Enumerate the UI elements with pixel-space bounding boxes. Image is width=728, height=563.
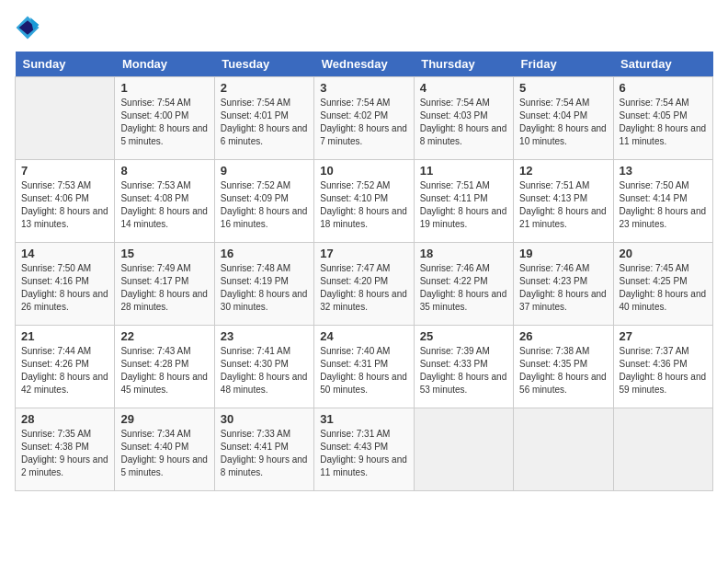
day-detail: Sunrise: 7:41 AMSunset: 4:30 PMDaylight:… bbox=[221, 345, 308, 396]
day-number: 6 bbox=[620, 81, 707, 95]
day-cell: 29Sunrise: 7:34 AMSunset: 4:40 PMDayligh… bbox=[115, 408, 214, 491]
day-cell: 11Sunrise: 7:51 AMSunset: 4:11 PMDayligh… bbox=[414, 160, 513, 243]
day-detail: Sunrise: 7:54 AMSunset: 4:01 PMDaylight:… bbox=[221, 97, 308, 148]
day-cell: 9Sunrise: 7:52 AMSunset: 4:09 PMDaylight… bbox=[214, 160, 313, 243]
weekday-header-tuesday: Tuesday bbox=[214, 52, 313, 77]
day-cell: 3Sunrise: 7:54 AMSunset: 4:02 PMDaylight… bbox=[314, 77, 414, 160]
day-cell: 31Sunrise: 7:31 AMSunset: 4:43 PMDayligh… bbox=[314, 408, 414, 491]
day-cell: 18Sunrise: 7:46 AMSunset: 4:22 PMDayligh… bbox=[414, 243, 513, 326]
week-row-2: 7Sunrise: 7:53 AMSunset: 4:06 PMDaylight… bbox=[16, 160, 713, 243]
day-cell: 8Sunrise: 7:53 AMSunset: 4:08 PMDaylight… bbox=[115, 160, 214, 243]
day-detail: Sunrise: 7:35 AMSunset: 4:38 PMDaylight:… bbox=[21, 428, 108, 479]
week-row-4: 21Sunrise: 7:44 AMSunset: 4:26 PMDayligh… bbox=[16, 326, 713, 408]
day-detail: Sunrise: 7:39 AMSunset: 4:33 PMDaylight:… bbox=[420, 345, 507, 396]
day-detail: Sunrise: 7:51 AMSunset: 4:11 PMDaylight:… bbox=[420, 179, 507, 231]
day-number: 5 bbox=[519, 81, 607, 95]
day-cell: 14Sunrise: 7:50 AMSunset: 4:16 PMDayligh… bbox=[16, 243, 115, 326]
day-detail: Sunrise: 7:33 AMSunset: 4:41 PMDaylight:… bbox=[221, 428, 308, 479]
day-cell: 22Sunrise: 7:43 AMSunset: 4:28 PMDayligh… bbox=[115, 326, 214, 408]
day-number: 18 bbox=[420, 247, 507, 260]
day-detail: Sunrise: 7:54 AMSunset: 4:00 PMDaylight:… bbox=[120, 97, 208, 148]
day-number: 30 bbox=[221, 412, 308, 426]
week-row-1: 1Sunrise: 7:54 AMSunset: 4:00 PMDaylight… bbox=[16, 77, 713, 160]
weekday-header-row: SundayMondayTuesdayWednesdayThursdayFrid… bbox=[16, 52, 713, 77]
day-detail: Sunrise: 7:43 AMSunset: 4:28 PMDaylight:… bbox=[120, 345, 208, 396]
weekday-header-sunday: Sunday bbox=[16, 52, 115, 77]
day-detail: Sunrise: 7:50 AMSunset: 4:14 PMDaylight:… bbox=[620, 179, 707, 231]
day-number: 15 bbox=[120, 247, 208, 260]
day-cell: 27Sunrise: 7:37 AMSunset: 4:36 PMDayligh… bbox=[613, 326, 712, 408]
day-detail: Sunrise: 7:53 AMSunset: 4:06 PMDaylight:… bbox=[21, 179, 108, 231]
day-cell: 19Sunrise: 7:46 AMSunset: 4:23 PMDayligh… bbox=[514, 243, 613, 326]
day-detail: Sunrise: 7:46 AMSunset: 4:22 PMDaylight:… bbox=[420, 262, 507, 314]
day-number: 23 bbox=[221, 329, 308, 343]
day-cell: 13Sunrise: 7:50 AMSunset: 4:14 PMDayligh… bbox=[613, 160, 712, 243]
day-detail: Sunrise: 7:54 AMSunset: 4:04 PMDaylight:… bbox=[519, 97, 607, 148]
day-cell: 5Sunrise: 7:54 AMSunset: 4:04 PMDaylight… bbox=[514, 77, 613, 160]
day-cell: 12Sunrise: 7:51 AMSunset: 4:13 PMDayligh… bbox=[514, 160, 613, 243]
weekday-header-wednesday: Wednesday bbox=[314, 52, 414, 77]
day-detail: Sunrise: 7:50 AMSunset: 4:16 PMDaylight:… bbox=[21, 262, 108, 314]
day-cell bbox=[414, 408, 513, 491]
day-detail: Sunrise: 7:54 AMSunset: 4:05 PMDaylight:… bbox=[620, 97, 707, 148]
day-cell: 26Sunrise: 7:38 AMSunset: 4:35 PMDayligh… bbox=[514, 326, 613, 408]
day-number: 2 bbox=[221, 81, 308, 95]
logo bbox=[15, 15, 44, 40]
day-detail: Sunrise: 7:54 AMSunset: 4:03 PMDaylight:… bbox=[420, 97, 507, 148]
day-number: 13 bbox=[620, 164, 707, 178]
day-cell bbox=[613, 408, 712, 491]
day-number: 26 bbox=[519, 329, 607, 343]
day-cell: 21Sunrise: 7:44 AMSunset: 4:26 PMDayligh… bbox=[16, 326, 115, 408]
page-header bbox=[15, 15, 713, 40]
week-row-5: 28Sunrise: 7:35 AMSunset: 4:38 PMDayligh… bbox=[16, 408, 713, 491]
day-number: 12 bbox=[519, 164, 607, 178]
day-detail: Sunrise: 7:52 AMSunset: 4:09 PMDaylight:… bbox=[221, 179, 308, 231]
day-number: 24 bbox=[320, 329, 407, 343]
day-detail: Sunrise: 7:54 AMSunset: 4:02 PMDaylight:… bbox=[320, 97, 407, 148]
day-cell: 24Sunrise: 7:40 AMSunset: 4:31 PMDayligh… bbox=[314, 326, 414, 408]
calendar-table: SundayMondayTuesdayWednesdayThursdayFrid… bbox=[15, 52, 713, 491]
day-number: 28 bbox=[21, 412, 108, 426]
day-cell bbox=[16, 77, 115, 160]
day-number: 17 bbox=[320, 247, 407, 260]
day-cell: 2Sunrise: 7:54 AMSunset: 4:01 PMDaylight… bbox=[214, 77, 313, 160]
day-detail: Sunrise: 7:31 AMSunset: 4:43 PMDaylight:… bbox=[320, 428, 407, 479]
day-number: 10 bbox=[320, 164, 407, 178]
day-cell: 7Sunrise: 7:53 AMSunset: 4:06 PMDaylight… bbox=[16, 160, 115, 243]
day-detail: Sunrise: 7:46 AMSunset: 4:23 PMDaylight:… bbox=[519, 262, 607, 314]
day-cell: 28Sunrise: 7:35 AMSunset: 4:38 PMDayligh… bbox=[16, 408, 115, 491]
day-number: 16 bbox=[221, 247, 308, 260]
day-detail: Sunrise: 7:53 AMSunset: 4:08 PMDaylight:… bbox=[120, 179, 208, 231]
day-detail: Sunrise: 7:37 AMSunset: 4:36 PMDaylight:… bbox=[620, 345, 707, 396]
day-cell: 10Sunrise: 7:52 AMSunset: 4:10 PMDayligh… bbox=[314, 160, 414, 243]
weekday-header-friday: Friday bbox=[514, 52, 613, 77]
day-number: 29 bbox=[120, 412, 208, 426]
day-cell bbox=[514, 408, 613, 491]
weekday-header-monday: Monday bbox=[115, 52, 214, 77]
day-number: 8 bbox=[120, 164, 208, 178]
day-detail: Sunrise: 7:38 AMSunset: 4:35 PMDaylight:… bbox=[519, 345, 607, 396]
day-detail: Sunrise: 7:34 AMSunset: 4:40 PMDaylight:… bbox=[120, 428, 208, 479]
day-detail: Sunrise: 7:44 AMSunset: 4:26 PMDaylight:… bbox=[21, 345, 108, 396]
day-cell: 23Sunrise: 7:41 AMSunset: 4:30 PMDayligh… bbox=[214, 326, 313, 408]
day-detail: Sunrise: 7:49 AMSunset: 4:17 PMDaylight:… bbox=[120, 262, 208, 314]
day-cell: 16Sunrise: 7:48 AMSunset: 4:19 PMDayligh… bbox=[214, 243, 313, 326]
day-detail: Sunrise: 7:48 AMSunset: 4:19 PMDaylight:… bbox=[221, 262, 308, 314]
day-number: 7 bbox=[21, 164, 108, 178]
day-number: 31 bbox=[320, 412, 407, 426]
day-cell: 17Sunrise: 7:47 AMSunset: 4:20 PMDayligh… bbox=[314, 243, 414, 326]
day-number: 4 bbox=[420, 81, 507, 95]
day-number: 20 bbox=[620, 247, 707, 260]
day-number: 9 bbox=[221, 164, 308, 178]
day-detail: Sunrise: 7:47 AMSunset: 4:20 PMDaylight:… bbox=[320, 262, 407, 314]
day-detail: Sunrise: 7:52 AMSunset: 4:10 PMDaylight:… bbox=[320, 179, 407, 231]
day-number: 22 bbox=[120, 329, 208, 343]
week-row-3: 14Sunrise: 7:50 AMSunset: 4:16 PMDayligh… bbox=[16, 243, 713, 326]
day-cell: 25Sunrise: 7:39 AMSunset: 4:33 PMDayligh… bbox=[414, 326, 513, 408]
day-cell: 30Sunrise: 7:33 AMSunset: 4:41 PMDayligh… bbox=[214, 408, 313, 491]
day-number: 25 bbox=[420, 329, 507, 343]
day-number: 21 bbox=[21, 329, 108, 343]
weekday-header-saturday: Saturday bbox=[613, 52, 712, 77]
day-number: 3 bbox=[320, 81, 407, 95]
day-number: 1 bbox=[120, 81, 208, 95]
